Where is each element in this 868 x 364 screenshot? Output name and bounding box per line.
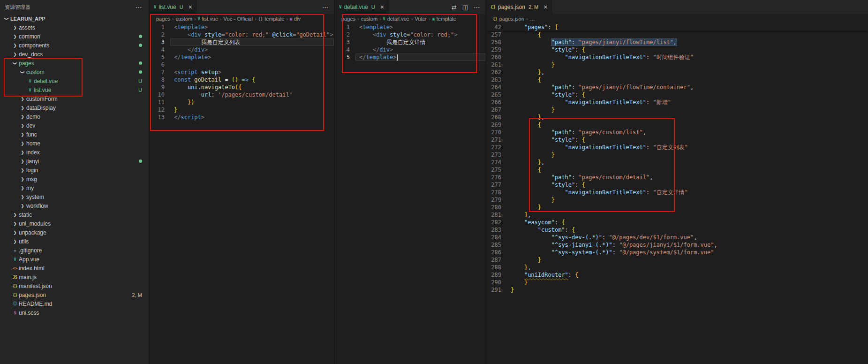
breadcrumb-item[interactable]: …: [530, 16, 535, 22]
tree-item-common[interactable]: ❯common: [0, 32, 149, 41]
tree-root-learun-app[interactable]: ❯ LEARUN_APP: [0, 14, 149, 23]
tree-item-list-vue[interactable]: Vlist.vueU: [0, 85, 149, 94]
close-icon[interactable]: ×: [380, 4, 384, 10]
code-line[interactable]: 289 "uniIdRouter": {: [486, 271, 868, 279]
code-line[interactable]: 6: [150, 61, 334, 68]
code-line[interactable]: 13</script>: [150, 114, 334, 121]
tree-item-readme-md[interactable]: ⓘREADME.md: [0, 299, 149, 308]
code-line[interactable]: 269 {: [486, 121, 868, 129]
tab-list-vue[interactable]: V list.vue U ×: [150, 0, 197, 14]
code-line[interactable]: 259 "style": {: [486, 46, 868, 53]
line-number[interactable]: 275: [486, 166, 507, 174]
line-number[interactable]: 268: [486, 114, 507, 121]
line-number[interactable]: 5: [150, 53, 170, 61]
line-number[interactable]: 263: [486, 76, 507, 83]
line-number[interactable]: 13: [150, 114, 170, 121]
code-line[interactable]: 282 "easycom": {: [486, 219, 868, 226]
code-line[interactable]: 4 </div>: [335, 46, 485, 53]
code-line[interactable]: 5</template>: [335, 53, 485, 61]
code-line[interactable]: 3 我是自定义详情: [335, 38, 485, 46]
code-line[interactable]: 12}: [150, 106, 334, 114]
tree-item-pages[interactable]: ❯pages: [0, 59, 149, 68]
breadcrumb-item[interactable]: Vlist.vue: [198, 16, 218, 22]
line-number[interactable]: 278: [486, 189, 507, 196]
code-line[interactable]: 283 "custom": {: [486, 226, 868, 234]
line-number[interactable]: 279: [486, 196, 507, 204]
line-number[interactable]: 11: [150, 99, 170, 106]
line-number[interactable]: 284: [486, 234, 507, 241]
line-number[interactable]: 4: [335, 46, 355, 53]
tree-item-system[interactable]: ❯system: [0, 192, 149, 201]
line-number[interactable]: 269: [486, 121, 507, 129]
tree-item-app-vue[interactable]: VApp.vue: [0, 255, 149, 264]
line-number[interactable]: 287: [486, 256, 507, 264]
line-number[interactable]: 266: [486, 99, 507, 106]
code-line[interactable]: 287 }: [486, 256, 868, 264]
tree-item-msg[interactable]: ❯msg: [0, 174, 149, 183]
tree-item-dev-docs[interactable]: ❯dev_docs: [0, 50, 149, 59]
code-line[interactable]: 278 "navigationBarTitleText": "自定义详情": [486, 189, 868, 196]
breadcrumb-item[interactable]: custom: [361, 16, 377, 22]
tree-item-datadisplay[interactable]: ❯dataDisplay: [0, 103, 149, 112]
code-line[interactable]: 285 "^sys-jianyi-(.*)": "@/pages/jianyi/…: [486, 241, 868, 249]
line-number[interactable]: 6: [150, 61, 170, 68]
line-number[interactable]: 274: [486, 159, 507, 166]
line-number[interactable]: 9: [150, 83, 170, 91]
line-number[interactable]: 259: [486, 46, 507, 53]
line-number[interactable]: 4: [150, 46, 170, 53]
tree-item-customform[interactable]: ❯customForm: [0, 94, 149, 103]
code-line[interactable]: 2 <div style="color: red;">: [335, 31, 485, 38]
code-line[interactable]: 272 "navigationBarTitleText": "自定义列表": [486, 144, 868, 151]
tree-item-uni-modules[interactable]: ❯uni_modules: [0, 219, 149, 228]
code-line[interactable]: 2 <div style="color: red;" @click="goDet…: [150, 31, 334, 38]
code-line[interactable]: 288 },: [486, 264, 868, 271]
code-line[interactable]: 286 "^sys-system-(.*)": "@/pages/system/…: [486, 249, 868, 256]
line-number[interactable]: 272: [486, 144, 507, 151]
line-number[interactable]: 1: [150, 23, 170, 31]
tree-item-home[interactable]: ❯home: [0, 139, 149, 148]
line-number[interactable]: 290: [486, 279, 507, 286]
tree-item-index[interactable]: ❯index: [0, 148, 149, 157]
line-number[interactable]: 285: [486, 241, 507, 249]
tab-detail-vue[interactable]: V detail.vue U ×: [335, 0, 389, 14]
code-line[interactable]: 8const goDetail = () => {: [150, 76, 334, 83]
code-line[interactable]: 261 }: [486, 61, 868, 68]
code-line[interactable]: 42 "pages": [: [486, 23, 868, 31]
code-line[interactable]: 284 "^sys-dev-(.*)": "@/pages/dev/$1/for…: [486, 234, 868, 241]
code-line[interactable]: 5</template>: [150, 53, 334, 61]
line-number[interactable]: 291: [486, 286, 507, 294]
more-actions-icon[interactable]: ⋯: [322, 4, 328, 11]
line-number[interactable]: 12: [150, 106, 170, 114]
line-number[interactable]: 273: [486, 151, 507, 159]
code-line[interactable]: 268 },: [486, 114, 868, 121]
breadcrumb-item[interactable]: Vuter: [415, 16, 427, 22]
line-number[interactable]: 2: [335, 31, 355, 38]
line-number[interactable]: 262: [486, 68, 507, 76]
tree-item-demo[interactable]: ❯demo: [0, 112, 149, 121]
code-line[interactable]: 264 "path": "pages/jianyi/flowTime/conta…: [486, 83, 868, 91]
code-line[interactable]: 275 {: [486, 166, 868, 174]
split-editor-icon[interactable]: ◫: [462, 4, 468, 11]
line-number[interactable]: 283: [486, 226, 507, 234]
line-number[interactable]: 42: [486, 23, 507, 31]
line-number[interactable]: 5: [335, 53, 355, 61]
code-line[interactable]: 273 }: [486, 151, 868, 159]
line-number[interactable]: 10: [150, 91, 170, 99]
code-line[interactable]: 263 {: [486, 76, 868, 83]
tree-item-components[interactable]: ❯components: [0, 41, 149, 50]
breadcrumb-item[interactable]: Vdetail.vue: [383, 16, 409, 22]
code-line[interactable]: 279 }: [486, 196, 868, 204]
code-line[interactable]: 267 }: [486, 106, 868, 114]
breadcrumb-item[interactable]: Vue - Official: [224, 16, 253, 22]
close-icon[interactable]: ×: [543, 4, 547, 10]
code-line[interactable]: 258 "path": "pages/jianyi/flowTime/list"…: [486, 38, 868, 46]
open-changes-icon[interactable]: ⇄: [452, 4, 457, 11]
code-editor-detail-vue[interactable]: 1<template>2 <div style="color: red;">3 …: [335, 23, 485, 364]
line-number[interactable]: 2: [150, 31, 170, 38]
tree-item-my[interactable]: ❯my: [0, 183, 149, 192]
line-number[interactable]: 257: [486, 31, 507, 38]
code-line[interactable]: 281 ],: [486, 211, 868, 219]
line-number[interactable]: 258: [486, 38, 507, 46]
line-number[interactable]: 3: [335, 38, 355, 46]
code-editor-pages-json[interactable]: 42 "pages": [257 {258 "path": "pages/jia…: [486, 23, 868, 364]
